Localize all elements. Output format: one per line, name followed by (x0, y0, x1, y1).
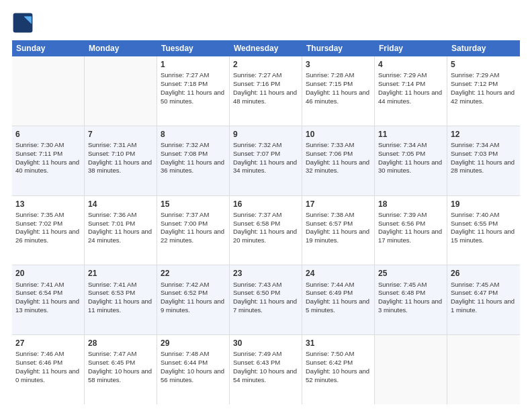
day-number: 14 (88, 199, 153, 210)
daylight-text: Daylight: 11 hours and 36 minutes. (161, 158, 224, 175)
daylight-text: Daylight: 11 hours and 22 minutes. (161, 228, 224, 244)
sunset-text: Sunset: 7:15 PM (306, 80, 353, 87)
daylight-text: Daylight: 11 hours and 34 minutes. (233, 158, 297, 175)
sunset-text: Sunset: 6:48 PM (378, 289, 425, 296)
calendar-cell: 6Sunrise: 7:30 AMSunset: 7:11 PMDaylight… (12, 126, 85, 195)
sunrise-text: Sunrise: 7:33 AM (306, 141, 354, 148)
daylight-text: Daylight: 11 hours and 7 minutes. (233, 298, 297, 314)
calendar-row: 6Sunrise: 7:30 AMSunset: 7:11 PMDaylight… (12, 126, 520, 196)
sunrise-text: Sunrise: 7:48 AM (161, 350, 209, 357)
day-number: 21 (88, 268, 153, 279)
daylight-text: Daylight: 10 hours and 56 minutes. (161, 367, 224, 383)
sunrise-text: Sunrise: 7:49 AM (233, 350, 281, 357)
sunrise-text: Sunrise: 7:44 AM (306, 281, 354, 288)
calendar-cell: 15Sunrise: 7:37 AMSunset: 7:00 PMDayligh… (157, 196, 230, 265)
sunset-text: Sunset: 6:56 PM (378, 220, 425, 227)
sunrise-text: Sunrise: 7:34 AM (378, 141, 427, 148)
sunset-text: Sunset: 7:06 PM (306, 150, 353, 157)
sunset-text: Sunset: 6:44 PM (161, 359, 208, 366)
sunset-text: Sunset: 6:55 PM (451, 220, 498, 227)
sunrise-text: Sunrise: 7:29 AM (451, 71, 499, 79)
sunset-text: Sunset: 6:58 PM (233, 220, 280, 227)
calendar-cell (85, 56, 157, 126)
sunrise-text: Sunrise: 7:37 AM (233, 211, 281, 218)
calendar-cell: 5Sunrise: 7:29 AMSunset: 7:12 PMDaylight… (447, 56, 520, 126)
header (12, 12, 520, 34)
calendar-cell: 14Sunrise: 7:36 AMSunset: 7:01 PMDayligh… (85, 196, 157, 265)
sunset-text: Sunset: 6:45 PM (88, 359, 135, 366)
weekday-header: Sunday (12, 40, 85, 56)
sunrise-text: Sunrise: 7:37 AM (161, 211, 209, 218)
day-number: 11 (378, 129, 443, 140)
daylight-text: Daylight: 11 hours and 30 minutes. (378, 158, 442, 175)
sunset-text: Sunset: 6:57 PM (306, 220, 353, 227)
calendar-cell: 11Sunrise: 7:34 AMSunset: 7:05 PMDayligh… (375, 126, 447, 195)
sunrise-text: Sunrise: 7:30 AM (15, 141, 64, 148)
sunset-text: Sunset: 7:01 PM (88, 220, 135, 227)
sunset-text: Sunset: 7:16 PM (233, 80, 280, 87)
day-number: 2 (233, 59, 298, 70)
calendar-cell: 13Sunrise: 7:35 AMSunset: 7:02 PMDayligh… (12, 196, 85, 265)
day-number: 10 (306, 129, 371, 140)
sunrise-text: Sunrise: 7:32 AM (161, 141, 209, 148)
calendar-cell: 24Sunrise: 7:44 AMSunset: 6:49 PMDayligh… (302, 265, 375, 334)
calendar-cell: 18Sunrise: 7:39 AMSunset: 6:56 PMDayligh… (375, 196, 447, 265)
daylight-text: Daylight: 11 hours and 15 minutes. (451, 228, 515, 244)
calendar-cell: 31Sunrise: 7:50 AMSunset: 6:42 PMDayligh… (302, 335, 375, 404)
day-number: 20 (15, 268, 81, 279)
sunrise-text: Sunrise: 7:40 AM (451, 211, 499, 218)
day-number: 23 (233, 268, 298, 279)
sunrise-text: Sunrise: 7:27 AM (233, 71, 281, 79)
calendar-cell: 26Sunrise: 7:45 AMSunset: 6:47 PMDayligh… (447, 265, 520, 334)
calendar-cell: 3Sunrise: 7:28 AMSunset: 7:15 PMDaylight… (302, 56, 375, 126)
sunrise-text: Sunrise: 7:50 AM (306, 350, 354, 357)
calendar-row: 1Sunrise: 7:27 AMSunset: 7:18 PMDaylight… (12, 56, 520, 126)
sunrise-text: Sunrise: 7:42 AM (161, 281, 209, 288)
sunset-text: Sunset: 7:08 PM (161, 150, 208, 157)
weekday-header: Monday (85, 40, 157, 56)
sunset-text: Sunset: 6:53 PM (88, 289, 135, 296)
calendar-cell: 2Sunrise: 7:27 AMSunset: 7:16 PMDaylight… (230, 56, 302, 126)
sunrise-text: Sunrise: 7:41 AM (88, 281, 136, 288)
daylight-text: Daylight: 11 hours and 9 minutes. (161, 298, 224, 314)
sunrise-text: Sunrise: 7:38 AM (306, 211, 354, 218)
calendar-row: 20Sunrise: 7:41 AMSunset: 6:54 PMDayligh… (12, 265, 520, 335)
sunset-text: Sunset: 7:00 PM (161, 220, 208, 227)
calendar-cell (447, 335, 520, 404)
calendar-cell: 7Sunrise: 7:31 AMSunset: 7:10 PMDaylight… (85, 126, 157, 195)
day-number: 15 (161, 199, 226, 210)
sunset-text: Sunset: 6:54 PM (15, 289, 62, 296)
day-number: 30 (233, 338, 298, 349)
daylight-text: Daylight: 11 hours and 46 minutes. (306, 89, 369, 105)
calendar-cell: 27Sunrise: 7:46 AMSunset: 6:46 PMDayligh… (12, 335, 85, 404)
daylight-text: Daylight: 11 hours and 24 minutes. (88, 228, 152, 244)
weekday-header: Wednesday (230, 40, 302, 56)
daylight-text: Daylight: 11 hours and 38 minutes. (88, 158, 152, 175)
day-number: 31 (306, 338, 371, 349)
calendar-row: 27Sunrise: 7:46 AMSunset: 6:46 PMDayligh… (12, 335, 520, 404)
day-number: 7 (88, 129, 153, 140)
calendar-page: SundayMondayTuesdayWednesdayThursdayFrid… (0, 0, 532, 411)
daylight-text: Daylight: 11 hours and 17 minutes. (378, 228, 442, 244)
calendar-body: 1Sunrise: 7:27 AMSunset: 7:18 PMDaylight… (12, 56, 520, 404)
day-number: 13 (15, 199, 81, 210)
sunrise-text: Sunrise: 7:41 AM (15, 281, 64, 288)
sunrise-text: Sunrise: 7:31 AM (88, 141, 136, 148)
daylight-text: Daylight: 11 hours and 32 minutes. (306, 158, 369, 175)
daylight-text: Daylight: 11 hours and 3 minutes. (378, 298, 442, 314)
sunrise-text: Sunrise: 7:45 AM (451, 281, 499, 288)
calendar-cell: 8Sunrise: 7:32 AMSunset: 7:08 PMDaylight… (157, 126, 230, 195)
daylight-text: Daylight: 11 hours and 13 minutes. (15, 298, 79, 314)
calendar-cell: 16Sunrise: 7:37 AMSunset: 6:58 PMDayligh… (230, 196, 302, 265)
sunset-text: Sunset: 7:10 PM (88, 150, 135, 157)
daylight-text: Daylight: 11 hours and 50 minutes. (161, 89, 224, 105)
day-number: 17 (306, 199, 371, 210)
sunrise-text: Sunrise: 7:34 AM (451, 141, 499, 148)
day-number: 4 (378, 59, 443, 70)
sunset-text: Sunset: 7:03 PM (451, 150, 498, 157)
calendar-cell: 17Sunrise: 7:38 AMSunset: 6:57 PMDayligh… (302, 196, 375, 265)
calendar-header: SundayMondayTuesdayWednesdayThursdayFrid… (12, 40, 520, 56)
day-number: 5 (451, 59, 517, 70)
day-number: 24 (306, 268, 371, 279)
sunset-text: Sunset: 7:18 PM (161, 80, 208, 87)
